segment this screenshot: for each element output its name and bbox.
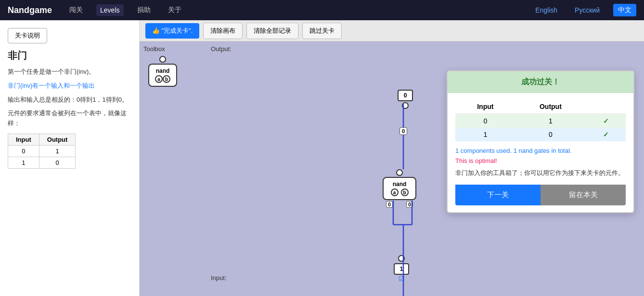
table-cell-input-1: 1 bbox=[8, 157, 39, 168]
success-body: Input Output 0 1 ✓ bbox=[448, 93, 633, 212]
main-layout: 关卡说明 非门 第一个任务是做一个非门(inv)。 非门(inv)有一个输入和一… bbox=[0, 20, 644, 296]
success-header: 成功过关！ bbox=[448, 71, 633, 93]
top-nav: Nandgame 闯关 Levels 捐助 关于 English Русский… bbox=[0, 0, 644, 20]
canvas-nand-gate[interactable]: nand a b 0 0 bbox=[383, 169, 416, 208]
toolbox-label: Toolbox bbox=[143, 45, 165, 53]
input-node: 1 ☑ bbox=[394, 255, 409, 283]
success-table-header-check bbox=[586, 100, 626, 114]
table-cell-input-0: 0 bbox=[8, 145, 39, 157]
app-logo: Nandgame bbox=[8, 5, 52, 15]
lang-russian[interactable]: Русский bbox=[571, 4, 604, 16]
success-table: Input Output 0 1 ✓ bbox=[455, 100, 626, 141]
success-check-1: ✓ bbox=[586, 128, 626, 141]
output-node: 0 bbox=[398, 90, 413, 109]
table-cell-output-1: 0 bbox=[39, 157, 76, 168]
toolbox-port-a: a bbox=[155, 75, 163, 83]
output-label: Output: bbox=[211, 45, 232, 53]
success-table-row-1: 1 0 ✓ bbox=[455, 128, 626, 141]
nav-item-about[interactable]: 关于 bbox=[164, 4, 185, 16]
success-check-0: ✓ bbox=[586, 114, 626, 128]
nav-item-levels[interactable]: Levels bbox=[96, 4, 123, 16]
success-table-row-0: 0 1 ✓ bbox=[455, 114, 626, 128]
truth-table: Input Output 0 1 1 0 bbox=[8, 134, 76, 169]
level-desc-1: 第一个任务是做一个非门(inv)。 bbox=[8, 67, 131, 77]
canvas-port-a[interactable]: a bbox=[391, 188, 399, 196]
table-cell-output-0: 1 bbox=[39, 145, 76, 157]
table-header-output: Output bbox=[39, 134, 76, 145]
level-desc-3: 输出和输入总是相反的：0得到1，1得到0。 bbox=[8, 95, 131, 105]
lang-chinese[interactable]: 中文 bbox=[613, 4, 636, 16]
level-title: 非门 bbox=[8, 49, 131, 62]
canvas-area[interactable]: Toolbox nand a b Output: bbox=[140, 41, 644, 296]
right-area: 👍 "完成关卡". 清除画布 清除全部记录 跳过关卡 Toolbox nand … bbox=[140, 20, 644, 296]
success-output-1: 0 bbox=[515, 128, 586, 141]
success-input-0: 0 bbox=[455, 114, 515, 128]
skip-level-button[interactable]: 跳过关卡 bbox=[302, 23, 342, 39]
input-value-box: 1 bbox=[394, 263, 409, 275]
toolbox-nand-component[interactable]: nand a b bbox=[148, 64, 177, 87]
output-circle bbox=[402, 102, 409, 109]
success-input-1: 1 bbox=[455, 128, 515, 141]
canvas-port-b-value: 0 bbox=[406, 201, 413, 208]
complete-level-button[interactable]: 👍 "完成关卡". bbox=[145, 23, 199, 39]
nav-item-闯关[interactable]: 闯关 bbox=[65, 4, 87, 16]
clear-records-button[interactable]: 清除全部记录 bbox=[246, 23, 298, 39]
wire-value-top: 0 bbox=[399, 127, 407, 135]
toolbox-output-dot bbox=[159, 56, 166, 63]
canvas-nand-label: nand bbox=[389, 181, 410, 188]
canvas-nand-component[interactable]: nand a b bbox=[383, 177, 416, 200]
success-optimal: This is optimal! bbox=[455, 157, 626, 164]
toolbox-port-b: b bbox=[163, 75, 170, 83]
level-desc-button[interactable]: 关卡说明 bbox=[8, 28, 47, 43]
canvas-nand-output-dot bbox=[396, 169, 403, 176]
table-row: 1 0 bbox=[8, 157, 76, 168]
table-header-input: Input bbox=[8, 134, 39, 145]
table-row: 0 1 bbox=[8, 145, 76, 157]
left-panel: 关卡说明 非门 第一个任务是做一个非门(inv)。 非门(inv)有一个输入和一… bbox=[0, 20, 140, 296]
toolbar: 👍 "完成关卡". 清除画布 清除全部记录 跳过关卡 bbox=[140, 20, 644, 41]
input-label: Input: bbox=[211, 274, 227, 282]
success-table-header-output: Output bbox=[515, 100, 586, 114]
canvas-port-b[interactable]: b bbox=[401, 188, 409, 196]
input-checkbox-icon[interactable]: ☑ bbox=[399, 275, 405, 283]
success-table-header-input: Input bbox=[455, 100, 515, 114]
clear-canvas-button[interactable]: 清除画布 bbox=[203, 23, 243, 39]
output-value-box: 0 bbox=[398, 90, 413, 101]
lang-english[interactable]: English bbox=[531, 4, 561, 16]
stay-level-button[interactable]: 留在本关 bbox=[541, 185, 626, 205]
success-actions: 下一关 留在本关 bbox=[455, 185, 626, 205]
success-stat: 1 components used. 1 nand gates in total… bbox=[455, 147, 626, 154]
success-message: 非门加入你的工具箱了；你可以用它作为接下来关卡的元件。 bbox=[455, 168, 626, 178]
input-circle bbox=[398, 255, 405, 262]
success-output-0: 1 bbox=[515, 114, 586, 128]
level-desc-4: 元件的要求通常会被列在一个表中，就像这样： bbox=[8, 108, 131, 129]
level-desc-2: 非门(inv)有一个输入和一个输出 bbox=[8, 81, 131, 91]
toolbox-nand-label: nand bbox=[155, 67, 170, 74]
success-popup: 成功过关！ Input Output 0 bbox=[447, 70, 634, 213]
canvas-port-a-value: 0 bbox=[386, 201, 393, 208]
nav-item-donate[interactable]: 捐助 bbox=[133, 4, 155, 16]
next-level-button[interactable]: 下一关 bbox=[455, 185, 541, 205]
toolbox-nand-gate[interactable]: nand a b bbox=[148, 56, 177, 87]
